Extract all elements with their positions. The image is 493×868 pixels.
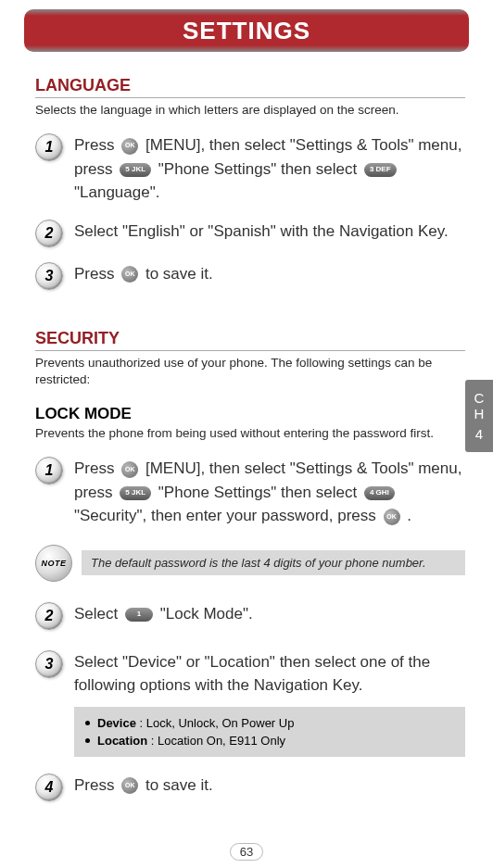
text-segment: "Language".	[74, 183, 159, 201]
chapter-tab-c: C	[474, 390, 485, 406]
step-text: Select "English" or "Spanish" with the N…	[74, 220, 465, 244]
note-icon: NOTE	[35, 545, 72, 582]
ok-button-icon: OK	[121, 266, 138, 283]
text-segment: Select	[74, 605, 122, 623]
text-segment: Press	[74, 136, 119, 154]
text-segment: Press	[74, 265, 119, 283]
chapter-tab: C H 4	[465, 380, 493, 452]
section-security-desc: Prevents unauthorized use of your phone.…	[35, 355, 465, 388]
text-segment: "Security", then enter your password, pr…	[74, 507, 381, 524]
step-text: Press OK [MENU], then select "Settings &…	[74, 457, 465, 528]
step-number: 1	[35, 133, 63, 161]
step-text: Press OK to save it.	[74, 774, 465, 798]
option-label: Location	[97, 734, 147, 748]
note-row: NOTE The default password is the last 4 …	[35, 545, 465, 582]
ok-button-icon: OK	[384, 509, 400, 525]
text-segment: "Lock Mode".	[160, 605, 253, 623]
header-bar: SETTINGS	[24, 9, 469, 52]
key-3-icon: 3 DEF	[364, 163, 397, 177]
option-values: : Lock, Unlock, On Power Up	[136, 716, 295, 730]
lockmode-step-3: 3 Select "Device" or "Location" then sel…	[35, 650, 465, 698]
section-security-title: SECURITY	[35, 329, 465, 351]
ok-button-icon: OK	[121, 777, 138, 794]
step-number: 4	[35, 774, 63, 801]
language-step-3: 3 Press OK to save it.	[35, 262, 465, 290]
text-segment: .	[407, 507, 411, 524]
note-text: The default password is the last 4 digit…	[82, 550, 465, 575]
step-number: 1	[35, 457, 63, 484]
ok-button-icon: OK	[121, 461, 138, 478]
text-segment: "Phone Settings" then select	[158, 160, 361, 178]
key-4-icon: 4 GHI	[364, 486, 395, 500]
option-values: : Location On, E911 Only	[147, 734, 285, 748]
step-number: 3	[35, 262, 63, 290]
ok-button-icon: OK	[121, 138, 138, 155]
subsection-lockmode-desc: Prevents the phone from being used witho…	[35, 425, 465, 442]
chapter-tab-num: 4	[475, 426, 483, 442]
option-label: Device	[97, 716, 136, 730]
step-text: Select 1 "Lock Mode".	[74, 602, 465, 626]
bullet-icon	[85, 721, 90, 725]
text-segment: "Phone Settings" then select	[158, 484, 361, 501]
page-number-wrap: 63	[0, 843, 493, 861]
step-text: Press OK [MENU], then select "Settings &…	[74, 133, 465, 205]
key-1-icon: 1	[125, 608, 153, 622]
text-segment: Press	[74, 776, 119, 794]
step-text: Press OK to save it.	[74, 262, 465, 286]
chapter-tab-h: H	[474, 406, 485, 421]
text-segment: to save it.	[145, 265, 213, 283]
text-segment: Press	[74, 459, 119, 477]
step-number: 3	[35, 650, 63, 678]
subsection-lockmode-title: LOCK MODE	[35, 405, 465, 423]
step-number: 2	[35, 602, 63, 630]
content-area: LANGUAGE Selects the language in which l…	[0, 76, 493, 801]
section-language-desc: Selects the language in which letters ar…	[35, 102, 465, 119]
key-5-icon: 5 JKL	[120, 163, 151, 177]
section-language-title: LANGUAGE	[35, 76, 465, 98]
step-text: Select "Device" or "Location" then selec…	[74, 650, 465, 698]
page-number: 63	[230, 843, 263, 861]
text-segment: to save it.	[145, 776, 213, 794]
lockmode-step-4: 4 Press OK to save it.	[35, 774, 465, 801]
lockmode-step-2: 2 Select 1 "Lock Mode".	[35, 602, 465, 630]
option-device: Device : Lock, Unlock, On Power Up	[85, 714, 454, 732]
key-5-icon: 5 JKL	[120, 486, 151, 500]
lockmode-step-1: 1 Press OK [MENU], then select "Settings…	[35, 457, 465, 528]
option-location: Location : Location On, E911 Only	[85, 732, 454, 749]
bullet-icon	[85, 738, 90, 743]
note-icon-label: NOTE	[41, 559, 66, 568]
options-box: Device : Lock, Unlock, On Power Up Locat…	[74, 707, 465, 757]
step-number: 2	[35, 220, 63, 247]
page-title: SETTINGS	[183, 17, 310, 45]
language-step-2: 2 Select "English" or "Spanish" with the…	[35, 220, 465, 247]
language-step-1: 1 Press OK [MENU], then select "Settings…	[35, 133, 465, 205]
